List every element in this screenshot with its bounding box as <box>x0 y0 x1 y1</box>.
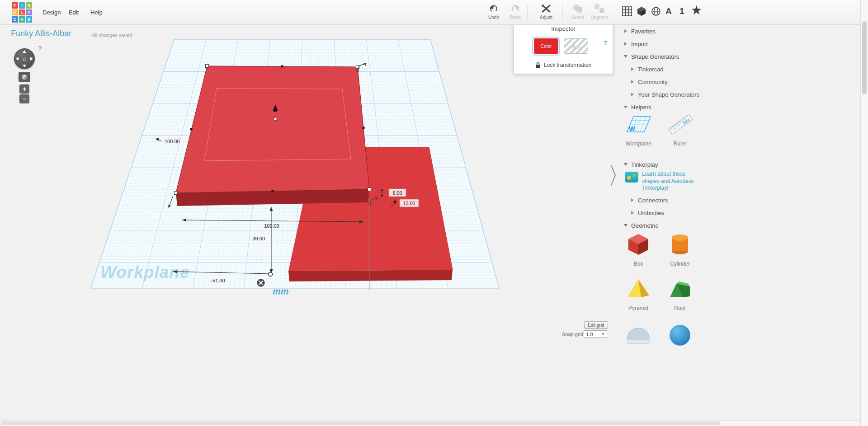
viewcube-help[interactable]: ? <box>38 45 42 52</box>
ruler-helper-icon: mm <box>664 111 696 137</box>
logo-tile: T <box>12 2 18 9</box>
tinkerplay-icon <box>625 172 638 183</box>
inspector-panel: Inspector Color Hole ? Lock transformati… <box>514 22 613 74</box>
cube-icon[interactable] <box>637 6 646 18</box>
lock-icon <box>535 62 541 68</box>
toolbar-divider <box>562 5 563 20</box>
shape-box-large[interactable] <box>176 66 369 206</box>
number-tool-icon[interactable]: 1 <box>679 6 684 16</box>
panel-section-favorites[interactable]: Favorites <box>618 26 713 37</box>
shape-tile-box[interactable]: Box <box>621 231 656 267</box>
scale-handle-edge[interactable] <box>272 190 274 192</box>
ungroup-icon <box>587 3 612 14</box>
shape-tile-sphere[interactable] <box>663 322 697 350</box>
panel-section-geometric[interactable]: Geometric <box>618 220 713 231</box>
shape-tile-roof[interactable]: Roof <box>663 276 697 311</box>
collapsed-triangle-icon <box>631 198 634 202</box>
panel-collapse-handle[interactable] <box>610 164 617 187</box>
expanded-triangle-icon <box>624 224 627 227</box>
panel-item-unibodies[interactable]: Unibodies <box>618 207 713 218</box>
hole-swatch[interactable]: Hole <box>564 38 588 54</box>
adjust-button[interactable]: Adjust <box>533 3 559 20</box>
chevron-down-icon: ▼ <box>601 332 605 336</box>
helper-workplane-tile[interactable]: W Workplane <box>621 111 656 147</box>
zoom-out-button[interactable]: − <box>19 94 29 103</box>
panel-item-tinkercad[interactable]: Tinkercad <box>618 64 713 75</box>
view-compass[interactable]: ⌂ <box>14 48 35 69</box>
logo-tile: A <box>19 16 25 23</box>
favorites-star-icon[interactable]: ★ <box>691 3 702 18</box>
dim-bottom-width: 100.00 <box>264 223 279 229</box>
vertical-scrollbar-thumb[interactable] <box>862 21 867 94</box>
snap-grid-select[interactable]: 1.0 ▼ <box>584 330 607 338</box>
dismiss-ruler-button[interactable] <box>257 279 265 287</box>
zoom-in-button[interactable]: + <box>19 84 29 94</box>
redo-icon <box>503 3 528 14</box>
scale-handle-edge[interactable] <box>281 66 283 68</box>
text-tool-icon[interactable]: A <box>665 6 672 16</box>
inspector-title: Inspector <box>514 25 613 32</box>
panel-item-your-shape-generators[interactable]: Your Shape Generators <box>618 89 713 100</box>
ungroup-button[interactable]: Ungroup <box>587 3 612 20</box>
origin-handle[interactable] <box>269 272 273 276</box>
home-view-icon[interactable]: ⌂ <box>14 49 34 69</box>
horizontal-scrollbar-track[interactable] <box>0 420 860 426</box>
scale-handle-corner[interactable] <box>206 65 209 68</box>
helper-ruler-tile[interactable]: mm Ruler <box>663 111 697 147</box>
panel-section-shape-generators[interactable]: Shape Generators <box>618 51 713 62</box>
expanded-triangle-icon <box>624 163 627 166</box>
3d-viewport[interactable]: Workplane <box>0 25 618 420</box>
expanded-triangle-icon <box>624 106 627 108</box>
collapsed-triangle-icon <box>631 211 634 215</box>
height-a-field[interactable]: 6.00 <box>393 190 402 196</box>
menu-design[interactable]: Design <box>37 0 66 24</box>
scale-handle-edge[interactable] <box>190 128 193 131</box>
mini-cube-icon <box>21 74 28 80</box>
scale-handle-edge[interactable] <box>363 127 365 129</box>
box-shape-icon <box>624 231 653 257</box>
panel-section-import[interactable]: Import <box>618 38 713 49</box>
color-swatch[interactable]: Color <box>534 38 558 54</box>
scale-handle-corner[interactable] <box>175 192 178 195</box>
logo-tile: C <box>12 16 18 23</box>
fit-view-button[interactable] <box>19 72 30 82</box>
menu-edit[interactable]: Edit <box>63 0 84 24</box>
expanded-triangle-icon <box>624 55 627 58</box>
panel-item-community[interactable]: Community <box>618 76 713 87</box>
scale-handle-corner[interactable] <box>368 188 371 191</box>
dim-offset-x: -51.00 <box>211 278 225 283</box>
tinkercad-logo[interactable]: T I N K E R C A D <box>12 2 32 23</box>
height-handle[interactable] <box>274 117 277 120</box>
shape-tile-half-cylinder[interactable] <box>621 322 656 350</box>
menu-help[interactable]: Help <box>85 0 108 24</box>
unit-label: mm <box>273 286 289 296</box>
inspector-help[interactable]: ? <box>604 39 607 46</box>
snap-grid-value: 1.0 <box>586 332 593 337</box>
vertical-scrollbar-track[interactable] <box>860 0 868 426</box>
toolbar-divider <box>527 5 528 20</box>
svg-text:W: W <box>629 125 636 132</box>
design-title[interactable]: Funky Allis-Albar <box>11 29 71 38</box>
collapsed-triangle-icon <box>631 67 634 71</box>
logo-tile: N <box>26 2 32 9</box>
globe-icon[interactable] <box>651 6 661 18</box>
pyramid-shape-icon <box>624 276 653 302</box>
tinkerplay-learn-link[interactable]: Learn about these shapes and Autodesk Ti… <box>642 171 703 192</box>
shape-tile-pyramid[interactable]: Pyramid <box>621 276 656 311</box>
height-b-field[interactable]: 13.00 <box>403 201 415 206</box>
panel-section-tinkerplay[interactable]: Tinkerplay <box>618 159 713 170</box>
logo-tile: K <box>12 9 18 16</box>
redo-button[interactable]: Redo <box>503 3 528 20</box>
collapsed-triangle-icon <box>631 80 634 84</box>
half-cylinder-shape-icon <box>624 322 653 348</box>
grid-view-icon[interactable] <box>622 6 632 18</box>
edit-grid-button[interactable]: Edit grid <box>584 321 608 329</box>
panel-item-connectors[interactable]: Connectors <box>618 195 713 206</box>
lock-transformation-toggle[interactable]: Lock transformation <box>514 62 613 68</box>
horizontal-scrollbar-thumb[interactable] <box>1 421 720 425</box>
top-bar: T I N K E R C A D Design Edit Help Undo … <box>0 0 868 25</box>
logo-tile: I <box>19 2 25 9</box>
logo-tile: E <box>19 9 25 16</box>
dim-depth: 39.00 <box>252 236 265 241</box>
shape-tile-cylinder[interactable]: Cylinder <box>663 231 697 267</box>
